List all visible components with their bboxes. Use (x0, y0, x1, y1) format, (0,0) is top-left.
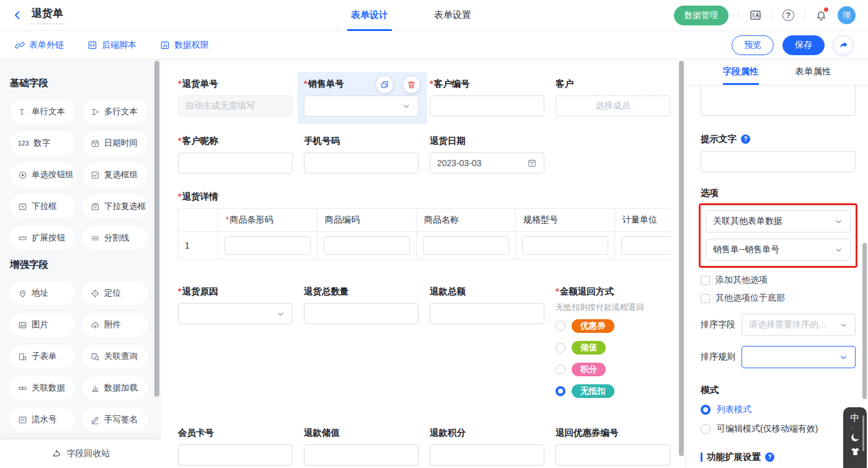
back-icon[interactable] (12, 10, 23, 20)
help-icon[interactable]: ? (741, 135, 750, 144)
radio-checked-icon[interactable] (701, 405, 711, 415)
form-title[interactable]: 退货单 (30, 6, 64, 24)
select-member-button[interactable]: 选择成员 (556, 95, 670, 117)
field-sales-no-selected[interactable]: *销售单号 (298, 72, 427, 124)
option-source-select[interactable]: 关联其他表单数据 (706, 210, 851, 232)
field-customer-no[interactable]: *客户编号 (430, 78, 544, 117)
field-type-checkbox-group[interactable]: 复选框组 (82, 163, 148, 187)
option-field-select[interactable]: 销售单--销售单号 (706, 239, 851, 261)
return-date-input[interactable]: 2023-03-03 (430, 152, 544, 174)
coupon-no-input[interactable] (556, 444, 670, 466)
field-type-signature[interactable]: 手写签名 (82, 408, 148, 431)
field-member-card[interactable]: 会员卡号 (178, 427, 293, 466)
field-type-select[interactable]: 下拉框 (10, 195, 75, 218)
nickname-input[interactable] (178, 152, 293, 174)
refund-points-input[interactable] (430, 444, 544, 466)
sales-no-select[interactable] (304, 95, 418, 117)
field-type-datetime[interactable]: 日期时间 (82, 131, 148, 155)
add-other-option-checkbox[interactable]: 添加其他选项 (701, 275, 856, 286)
customer-no-input[interactable] (430, 95, 544, 117)
field-type-divider[interactable]: 分割线 (82, 226, 148, 250)
field-type-subform[interactable]: 子表单 (10, 345, 75, 368)
checkbox-icon[interactable] (701, 294, 710, 303)
canvas-scrollbar[interactable] (679, 61, 684, 456)
tab-field-properties[interactable]: 字段属性 (723, 60, 759, 85)
moon-icon[interactable] (850, 432, 861, 443)
save-button[interactable]: 保存 (782, 35, 825, 55)
field-type-single-line-text[interactable]: 单行文本 (10, 100, 75, 123)
mobile-input[interactable] (304, 152, 418, 174)
share-button[interactable] (833, 35, 853, 55)
external-link-button[interactable]: 表单外链 (15, 40, 64, 51)
sidebar-scrollbar[interactable] (154, 61, 159, 397)
total-qty-input[interactable] (304, 303, 418, 324)
language-toggle[interactable]: 中 (851, 413, 860, 422)
total-amount-input[interactable] (430, 303, 544, 324)
refund-option-coupon[interactable]: 优惠券 (556, 319, 670, 333)
field-type-extend-button[interactable]: 扩展按钮 (10, 226, 75, 250)
translate-icon[interactable] (749, 9, 762, 22)
return-reason-select[interactable] (178, 303, 293, 324)
field-type-image[interactable]: 图片 (10, 313, 75, 337)
radio-icon[interactable] (556, 321, 565, 331)
field-recycle-bin[interactable]: 字段回收站 (0, 439, 161, 468)
spec-cell-input[interactable] (522, 236, 608, 255)
refund-option-stored-value[interactable]: 储值 (556, 341, 670, 355)
help-icon[interactable]: ? (782, 9, 794, 21)
field-return-detail[interactable]: *退货详情 *商品条形码 商品编码 商品名称 规格型号 计量单位 1 (178, 191, 670, 260)
field-name-input-cut[interactable] (701, 86, 856, 116)
field-return-reason[interactable]: *退货原因 (178, 286, 293, 406)
unit-cell-input[interactable] (621, 236, 670, 255)
field-refund-stored[interactable]: 退款储值 (304, 427, 418, 466)
hint-text-input[interactable] (701, 151, 856, 172)
copy-field-button[interactable] (376, 76, 393, 93)
field-mobile[interactable]: 手机号码 (304, 135, 418, 174)
field-type-radio-group[interactable]: 单选按钮组 (10, 163, 75, 187)
field-return-date[interactable]: 退货日期 2023-03-03 (430, 135, 544, 174)
mode-list-radio[interactable]: 列表模式 (701, 404, 856, 415)
avatar[interactable]: 理 (838, 6, 856, 24)
sort-field-select[interactable]: 请选择需要排序的... (742, 314, 856, 336)
tab-form-design[interactable]: 表单设计 (347, 0, 392, 31)
field-nickname[interactable]: *客户昵称 (178, 135, 293, 174)
mode-editable-radio[interactable]: 可编辑模式(仅移动端有效) (701, 423, 856, 435)
tab-form-properties[interactable]: 表单属性 (795, 60, 831, 85)
other-option-bottom-checkbox[interactable]: 其他选项位于底部 (701, 293, 856, 304)
refund-stored-input[interactable] (304, 444, 418, 466)
field-type-serial-number[interactable]: 流水号 (10, 408, 75, 431)
field-type-address[interactable]: 地址 (10, 281, 75, 305)
field-type-location[interactable]: 定位 (82, 281, 148, 305)
refund-option-points[interactable]: 积分 (556, 363, 670, 376)
field-type-attachment[interactable]: 附件 (82, 313, 148, 337)
preview-button[interactable]: 预览 (732, 35, 774, 55)
field-refund-method[interactable]: *金额退回方式 无抵扣则按付款流程退回 优惠券 储值 积分 无抵扣 (556, 286, 670, 406)
field-type-multi-line-text[interactable]: 多行文本 (82, 100, 148, 123)
bell-icon[interactable] (815, 9, 828, 22)
sort-rule-select[interactable] (742, 346, 856, 368)
field-type-lookup-query[interactable]: 关联查询 (82, 345, 148, 368)
panel-scrollbar[interactable] (862, 243, 867, 399)
field-type-linked-data[interactable]: 关联数据 (10, 376, 75, 400)
radio-icon[interactable] (556, 343, 565, 353)
field-total-amount[interactable]: 退款总额 (430, 286, 544, 406)
field-coupon-no[interactable]: 退回优惠券编号 (556, 427, 670, 466)
barcode-cell-input[interactable] (224, 236, 311, 255)
help-icon[interactable]: ? (765, 453, 774, 462)
checkbox-icon[interactable] (701, 276, 710, 285)
tab-form-settings[interactable]: 表单设置 (430, 0, 475, 31)
field-type-multi-select[interactable]: 下拉复选框 (82, 195, 148, 218)
field-return-no[interactable]: *退货单号 自动生成无需填写 (178, 78, 293, 117)
radio-icon[interactable] (556, 364, 565, 374)
field-customer[interactable]: 客户 选择成员 (556, 78, 670, 117)
product-code-cell-input[interactable] (324, 236, 410, 255)
refund-option-no-deduction[interactable]: 无抵扣 (556, 384, 670, 398)
backend-script-button[interactable]: 后端脚本 (87, 40, 136, 51)
field-type-number[interactable]: 123数字 (10, 131, 75, 155)
radio-icon[interactable] (701, 424, 711, 434)
member-card-input[interactable] (178, 444, 293, 466)
delete-field-button[interactable] (403, 76, 420, 93)
field-refund-points[interactable]: 退款积分 (430, 427, 544, 466)
radio-checked-icon[interactable] (556, 386, 565, 396)
product-name-cell-input[interactable] (423, 236, 509, 255)
data-permission-button[interactable]: 数据权限 (160, 40, 209, 51)
